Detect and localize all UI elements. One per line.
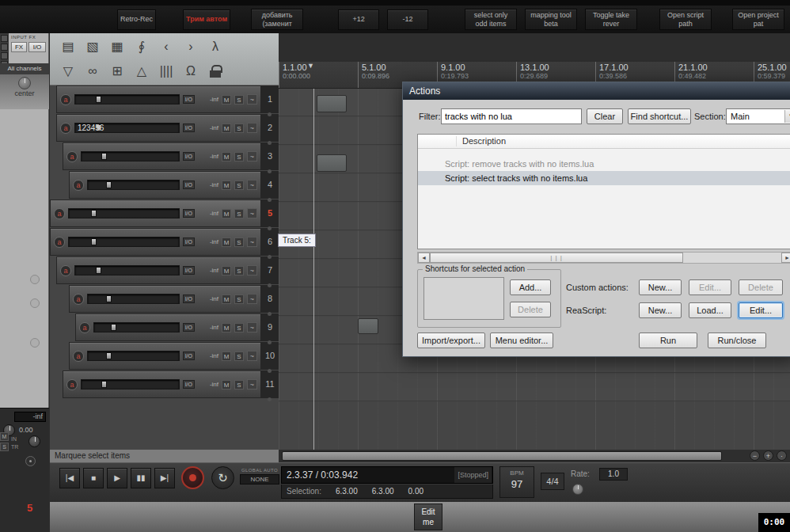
lock-icon[interactable] bbox=[207, 62, 224, 81]
track-size-dot[interactable] bbox=[268, 169, 272, 173]
rate-value[interactable]: 1.0 bbox=[599, 468, 628, 481]
media-item[interactable] bbox=[317, 154, 347, 172]
custom-delete-button[interactable]: Delete bbox=[739, 279, 783, 295]
reascript-edit-button[interactable]: Edit... bbox=[739, 302, 783, 318]
track-solo-button[interactable]: S bbox=[234, 323, 244, 332]
track-envelope-button[interactable]: ~ bbox=[247, 123, 257, 133]
section-select[interactable]: Main ▼ bbox=[726, 108, 790, 124]
reascript-load-button[interactable]: Load... bbox=[689, 302, 731, 318]
track-panel[interactable]: a I/O -inf M S ~ bbox=[63, 370, 261, 398]
toolbar-button[interactable]: Toggle take rever bbox=[585, 9, 637, 30]
track-volume-fader[interactable] bbox=[74, 94, 180, 104]
arrange-hscrollbar[interactable]: − + · bbox=[279, 450, 790, 462]
track-io-button[interactable]: I/O bbox=[183, 352, 195, 360]
record-button[interactable] bbox=[181, 466, 204, 489]
track-size-dot[interactable] bbox=[268, 283, 272, 287]
media-item[interactable] bbox=[358, 318, 378, 334]
fader-handle[interactable] bbox=[96, 267, 101, 274]
fader-handle[interactable] bbox=[96, 96, 101, 103]
track-panel[interactable]: a I/O -inf M S ~ bbox=[50, 228, 261, 256]
track-io-button[interactable]: I/O bbox=[183, 209, 195, 218]
track-mute-button[interactable]: M bbox=[222, 380, 231, 390]
scroll-right-arrow[interactable]: ► bbox=[781, 253, 790, 263]
global-automation-override[interactable]: GLOBAL AUTO NONE bbox=[240, 468, 279, 490]
fader-handle[interactable] bbox=[101, 381, 107, 388]
record-arm-button[interactable]: a bbox=[73, 351, 84, 362]
paperclip-icon[interactable]: ∮ bbox=[133, 37, 150, 56]
track-solo-button[interactable]: S bbox=[234, 266, 244, 276]
fx-button[interactable]: FX bbox=[11, 42, 27, 52]
track-panel[interactable]: a I/O -inf M S ~ bbox=[69, 342, 261, 370]
pause-button[interactable]: ▮▮ bbox=[131, 468, 151, 488]
record-arm-button[interactable]: a bbox=[73, 180, 84, 191]
redo-icon[interactable]: › bbox=[182, 37, 199, 56]
scroll-left-arrow[interactable]: ◄ bbox=[418, 253, 430, 263]
toolbar-button[interactable]: добавить (заменит bbox=[251, 9, 303, 30]
track-number-cell[interactable]: 11 bbox=[261, 370, 279, 398]
pan-knob[interactable] bbox=[18, 77, 31, 89]
fader-handle[interactable] bbox=[111, 324, 116, 331]
track-volume-fader[interactable] bbox=[87, 294, 180, 304]
track-volume-fader[interactable]: 123456 bbox=[74, 123, 180, 133]
go-to-end-button[interactable]: ▶| bbox=[154, 468, 175, 488]
track-number-cell[interactable]: 3 bbox=[261, 142, 279, 170]
toolbar-button[interactable]: mapping tool beta bbox=[525, 9, 577, 30]
record-arm-button[interactable]: a bbox=[54, 237, 65, 248]
record-arm-button[interactable]: a bbox=[60, 265, 71, 276]
track-io-button[interactable]: I/O bbox=[183, 95, 195, 104]
mini-button[interactable] bbox=[1, 35, 8, 42]
link-icon[interactable]: ∞ bbox=[84, 62, 101, 81]
track-solo-button[interactable]: S bbox=[234, 124, 244, 133]
track-mute-button[interactable]: M bbox=[222, 323, 231, 332]
send-knob[interactable] bbox=[30, 298, 40, 308]
filter-icon[interactable]: ▽ bbox=[59, 62, 77, 81]
track-envelope-button[interactable]: ~ bbox=[247, 351, 257, 361]
record-arm-button[interactable]: a bbox=[60, 94, 71, 105]
toolbar-button[interactable]: Open script path bbox=[659, 9, 712, 30]
dialog-titlebar[interactable]: Actions bbox=[403, 82, 790, 100]
mini-button[interactable] bbox=[1, 52, 8, 59]
action-list[interactable]: Description Script: remove tracks with n… bbox=[417, 134, 790, 249]
track-io-button[interactable]: I/O bbox=[183, 294, 195, 303]
bpm-display[interactable]: BPM 97 bbox=[499, 466, 534, 498]
zoom-in-icon[interactable]: + bbox=[763, 450, 773, 461]
track-panel[interactable]: a 123456 I/O -inf M S ~ bbox=[56, 114, 261, 142]
track-mute-button[interactable]: M bbox=[222, 124, 231, 133]
track-solo-button[interactable]: S bbox=[234, 209, 244, 218]
track-envelope-button[interactable]: ~ bbox=[247, 208, 257, 218]
play-button[interactable]: ▶ bbox=[107, 468, 127, 488]
record-arm-button[interactable]: a bbox=[54, 208, 65, 219]
master-mute-button[interactable]: M bbox=[0, 432, 9, 441]
track-panel[interactable]: a I/O -inf M S ~ bbox=[75, 314, 261, 341]
track-envelope-button[interactable]: ~ bbox=[247, 151, 257, 162]
track-io-button[interactable]: I/O bbox=[183, 323, 195, 332]
track-size-dot[interactable] bbox=[268, 369, 272, 373]
track-volume-fader[interactable] bbox=[81, 379, 180, 390]
track-solo-button[interactable]: S bbox=[234, 95, 244, 104]
envelope-icon[interactable]: △ bbox=[133, 62, 150, 81]
track-mute-button[interactable]: M bbox=[222, 266, 231, 276]
track-envelope-button[interactable]: ~ bbox=[247, 237, 257, 247]
track-panel[interactable]: a I/O -inf M S ~ bbox=[63, 142, 261, 170]
track-io-button[interactable]: I/O bbox=[183, 124, 195, 132]
snap-magnet-icon[interactable]: Ω bbox=[182, 62, 199, 81]
hscroll-thumb[interactable]: | | | bbox=[430, 253, 683, 263]
track-panel[interactable]: a I/O -inf M S ~ bbox=[50, 200, 261, 227]
grid-icon[interactable]: ⊞ bbox=[108, 62, 126, 81]
track-mute-button[interactable]: M bbox=[222, 352, 231, 361]
fader-handle[interactable] bbox=[106, 295, 112, 302]
mini-button[interactable] bbox=[1, 44, 8, 51]
track-solo-button[interactable]: S bbox=[234, 238, 244, 247]
track-envelope-button[interactable]: ~ bbox=[247, 294, 257, 304]
grouping-icon[interactable]: |||| bbox=[158, 62, 175, 81]
track-number-cell[interactable]: 9 bbox=[261, 314, 279, 341]
track-envelope-button[interactable]: ~ bbox=[247, 94, 257, 104]
menu-editor-button[interactable]: Menu editor... bbox=[490, 332, 553, 348]
media-item[interactable] bbox=[317, 95, 347, 112]
fader-handle[interactable] bbox=[91, 238, 97, 245]
metronome-icon[interactable]: λ bbox=[207, 37, 224, 56]
track-number-cell[interactable]: 6 bbox=[261, 228, 279, 256]
track-io-button[interactable]: I/O bbox=[183, 238, 195, 246]
delete-shortcut-button[interactable]: Delete bbox=[510, 302, 551, 317]
io-button[interactable]: I/O bbox=[28, 42, 46, 52]
